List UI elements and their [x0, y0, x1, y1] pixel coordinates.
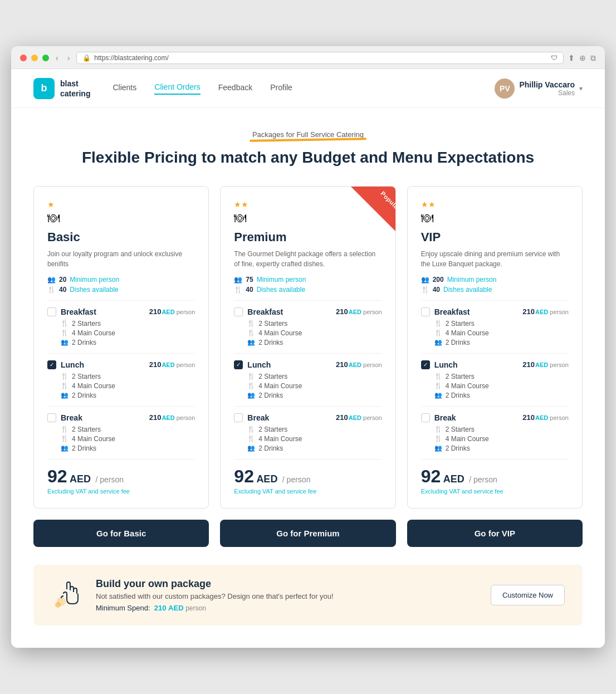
go-for-vip-button[interactable]: Go for VIP — [407, 520, 583, 547]
hand-pointer-icon — [51, 578, 85, 612]
basic-icon: 🍽 — [47, 211, 195, 226]
vip-min-person: 👥200 Minimum person — [421, 276, 569, 284]
nav-feedback[interactable]: Feedback — [218, 83, 252, 94]
user-name: Phillip Vaccaro — [519, 80, 575, 89]
premium-breakfast-checkbox[interactable] — [234, 307, 243, 316]
vip-price-section: 92 AED / person Excluding VAT and servic… — [421, 466, 569, 495]
logo-area: b blast catering — [33, 78, 90, 99]
user-info: Phillip Vaccaro Sales — [519, 80, 575, 97]
back-button[interactable]: ‹ — [53, 52, 61, 63]
basic-break-checkbox[interactable] — [47, 413, 56, 422]
browser-chrome: ‹ › 🔒 https://blastcatering.com/ 🛡 ⬆ ⊕ ⧉ — [11, 46, 605, 69]
address-bar[interactable]: 🔒 https://blastcatering.com/ 🛡 — [76, 52, 564, 64]
maximize-dot[interactable] — [42, 55, 49, 61]
premium-desc: The Gourmet Delight package offers a sel… — [234, 249, 382, 269]
dropdown-icon[interactable]: ▾ — [579, 85, 583, 92]
svg-point-1 — [55, 602, 61, 608]
basic-lunch-price: 210AED person — [149, 360, 195, 369]
basic-dishes: 🍴40 Dishes available — [47, 286, 195, 294]
premium-breakfast: Breakfast 210AED person 🍴2 Starters 🍴4 M… — [234, 307, 382, 346]
premium-break-checkbox[interactable] — [234, 413, 243, 422]
go-for-basic-button[interactable]: Go for Basic — [33, 520, 209, 547]
premium-breakfast-price: 210AED person — [336, 307, 382, 316]
basic-lunch: ✓ Lunch 210AED person 🍴2 Starters 🍴4 Mai… — [47, 360, 195, 399]
basic-breakfast-price: 210AED person — [149, 307, 195, 316]
premium-lunch-price: 210AED person — [336, 360, 382, 369]
pricing-cards-row: ★ 🍽 Basic Join our loyalty program and u… — [33, 186, 583, 509]
subtitle-underlined: Packages for Full Service Catering — [252, 130, 364, 139]
vip-dishes: 🍴40 Dishes available — [421, 286, 569, 294]
basic-title: Basic — [47, 230, 195, 245]
url-text: https://blastcatering.com/ — [94, 54, 168, 62]
premium-break-price: 210AED person — [336, 413, 382, 422]
basic-break-price: 210AED person — [149, 413, 195, 422]
vip-breakfast-price: 210AED person — [522, 307, 569, 316]
nav-profile[interactable]: Profile — [270, 83, 292, 94]
basic-min-person: 👥20 Minimum person — [47, 276, 195, 284]
browser-window: ‹ › 🔒 https://blastcatering.com/ 🛡 ⬆ ⊕ ⧉… — [11, 46, 605, 647]
basic-breakfast-checkbox[interactable] — [47, 307, 56, 316]
premium-dishes: 🍴40 Dishes available — [234, 286, 382, 294]
minimize-dot[interactable] — [31, 55, 38, 61]
vip-break-price: 210AED person — [522, 413, 569, 422]
extension-icon[interactable]: ⧉ — [590, 53, 596, 63]
user-area[interactable]: PV Phillip Vaccaro Sales ▾ — [495, 79, 583, 99]
basic-break: Break 210AED person 🍴2 Starters 🍴4 Main … — [47, 413, 195, 452]
premium-min-person: 👥75 Minimum person — [234, 276, 382, 284]
basic-breakfast: Breakfast 210AED person 🍴2 Starters 🍴4 M… — [47, 307, 195, 346]
shield-icon: 🛡 — [551, 54, 558, 62]
banner-content: Build your own package Not satisfied wit… — [96, 578, 480, 612]
vip-lunch-price: 210AED person — [522, 360, 569, 369]
premium-price-section: 92 AED / person Excluding VAT and servic… — [234, 466, 382, 495]
premium-title: Premium — [234, 230, 382, 245]
custom-banner: Build your own package Not satisfied wit… — [33, 565, 583, 625]
nav-clients[interactable]: Clients — [113, 83, 136, 94]
browser-controls: ‹ › 🔒 https://blastcatering.com/ 🛡 ⬆ ⊕ ⧉ — [20, 52, 596, 64]
basic-price-section: 92 AED / person Excluding VAT and servic… — [47, 466, 195, 495]
basic-card: ★ 🍽 Basic Join our loyalty program and u… — [33, 186, 209, 509]
banner-desc: Not satisfied with our custom packages? … — [96, 592, 480, 600]
avatar: PV — [495, 79, 515, 99]
customize-now-button[interactable]: Customize Now — [491, 585, 565, 605]
vip-desc: Enjoy upscale dining and premium service… — [421, 249, 569, 269]
go-for-premium-button[interactable]: Go for Premium — [220, 520, 395, 547]
vip-icon: 🍽 — [421, 211, 569, 226]
vip-breakfast-checkbox[interactable] — [421, 307, 430, 316]
forward-button[interactable]: › — [65, 52, 72, 63]
app-header: b blast catering Clients Client Orders F… — [11, 69, 605, 108]
logo-text: blast catering — [60, 79, 90, 99]
nav-links: Clients Client Orders Feedback Profile — [113, 82, 495, 95]
extra-icons: ⬆ ⊕ ⧉ — [568, 53, 596, 63]
vip-stars: ★★ — [421, 200, 569, 209]
page-title: Flexible Pricing to match any Budget and… — [33, 148, 583, 168]
vip-lunch-checkbox[interactable]: ✓ — [421, 360, 430, 369]
cta-buttons-row: Go for Basic Go for Premium Go for VIP — [33, 520, 583, 547]
vip-break-checkbox[interactable] — [421, 413, 430, 422]
bookmark-icon[interactable]: ⊕ — [579, 53, 586, 63]
banner-title: Build your own package — [96, 578, 480, 590]
logo-icon: b — [33, 78, 55, 99]
premium-break: Break 210AED person 🍴2 Starters 🍴4 Main … — [234, 413, 382, 452]
nav-client-orders[interactable]: Client Orders — [154, 82, 200, 95]
main-content: Packages for Full Service Catering Flexi… — [11, 108, 605, 647]
premium-lunch-checkbox[interactable]: ✓ — [234, 360, 243, 369]
lock-icon: 🔒 — [82, 54, 91, 62]
vip-lunch: ✓ Lunch 210AED person 🍴2 Starters 🍴4 Mai… — [421, 360, 569, 399]
vip-card: ★★ 🍽 VIP Enjoy upscale dining and premiu… — [407, 186, 583, 509]
page-subtitle: Packages for Full Service Catering — [33, 130, 583, 139]
basic-desc: Join our loyalty program and unlock excl… — [47, 249, 195, 269]
popular-badge — [351, 187, 395, 231]
premium-lunch: ✓ Lunch 210AED person 🍴2 Starters 🍴4 Mai… — [234, 360, 382, 399]
vip-title: VIP — [421, 230, 569, 245]
close-dot[interactable] — [20, 55, 27, 61]
basic-stars: ★ — [47, 200, 195, 209]
user-role: Sales — [519, 89, 575, 97]
banner-min-spend: Minimum Spend: 210 AED person — [96, 604, 480, 612]
banner-icon-area — [51, 578, 85, 612]
vip-breakfast: Breakfast 210AED person 🍴2 Starters 🍴4 M… — [421, 307, 569, 346]
share-icon[interactable]: ⬆ — [568, 53, 575, 63]
premium-card: Popular ★★ 🍽 Premium The Gourmet Delight… — [220, 186, 395, 509]
basic-lunch-checkbox[interactable]: ✓ — [47, 360, 56, 369]
vip-break: Break 210AED person 🍴2 Starters 🍴4 Main … — [421, 413, 569, 452]
